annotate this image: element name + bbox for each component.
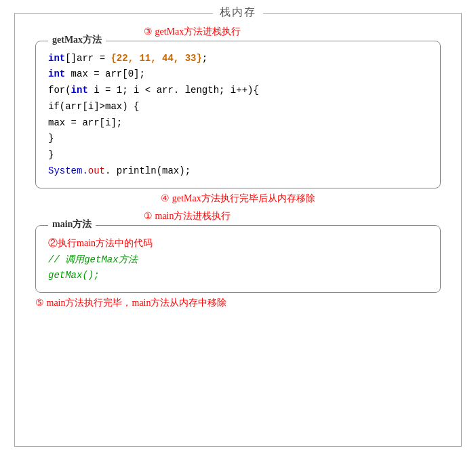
kw-int-3: int [71, 85, 88, 96]
code-line-7: } [48, 147, 428, 163]
max-assign: max = arr[i]; [48, 117, 122, 128]
for-cond: i = 1; i < arr. length; i++) [88, 85, 254, 96]
line1-rest: []arr = [65, 53, 111, 64]
close-for: } [48, 149, 54, 160]
stack-memory-panel: 栈内存 ③ getMax方法进栈执行 getMax方法 int[]arr = {… [14, 13, 462, 447]
main-annotation-bottom: ⑤ main方法执行完毕，main方法从内存中移除 [35, 297, 441, 309]
close-if: } [48, 133, 54, 144]
code-line-8: System.out. println(max); [48, 163, 428, 180]
code-line-6: } [48, 131, 428, 147]
for-brace: { [253, 85, 258, 96]
if-stmt: if(arr[i]>max) { [48, 101, 139, 112]
line2-rest: max = arr[0]; [65, 68, 145, 79]
out-ref: out [88, 165, 105, 176]
for-kw: for( [48, 85, 71, 96]
getmax-section: ③ getMax方法进栈执行 getMax方法 int[]arr = {22, … [35, 41, 441, 205]
semi-1: ; [202, 53, 207, 64]
panel-title: 栈内存 [213, 5, 263, 20]
getmax-box: getMax方法 int[]arr = {22, 11, 44, 33}; in… [35, 41, 441, 188]
array-literal: {22, 11, 44, 33} [111, 53, 201, 64]
main-annotation-top: ① main方法进栈执行 [144, 210, 231, 222]
getmax-annotation-top: ③ getMax方法进栈执行 [144, 26, 241, 38]
code-line-4: if(arr[i]>max) { [48, 99, 428, 115]
code-line-1: int[]arr = {22, 11, 44, 33}; [48, 51, 428, 67]
getmax-annotation-bottom: ④ getMax方法执行完毕后从内存移除 [35, 193, 441, 205]
code-block-getmax: int[]arr = {22, 11, 44, 33}; int max = a… [48, 51, 428, 180]
system-ref: System. [48, 165, 88, 176]
main-exec-note: ②执行main方法中的代码 [48, 238, 153, 248]
code-line-5: max = arr[i]; [48, 115, 428, 132]
main-comment: // 调用getMax方法 [48, 254, 138, 265]
main-line-3: getMax(); [48, 268, 428, 284]
println: . println(max); [105, 165, 191, 176]
kw-int-1: int [48, 53, 65, 64]
main-box: main方法 ②执行main方法中的代码 // 调用getMax方法 getMa… [35, 225, 441, 293]
main-line-1: ②执行main方法中的代码 [48, 235, 428, 252]
code-block-main: ②执行main方法中的代码 // 调用getMax方法 getMax(); [48, 235, 428, 284]
getmax-label: getMax方法 [48, 34, 106, 46]
code-line-3: for(int i = 1; i < arr. length; i++){ [48, 83, 428, 99]
code-line-2: int max = arr[0]; [48, 66, 428, 83]
getmax-call: getMax(); [48, 270, 100, 281]
kw-int-2: int [48, 68, 65, 79]
main-section: ① main方法进栈执行 main方法 ②执行main方法中的代码 // 调用g… [35, 225, 441, 309]
main-line-2: // 调用getMax方法 [48, 252, 428, 268]
main-label: main方法 [48, 218, 96, 231]
